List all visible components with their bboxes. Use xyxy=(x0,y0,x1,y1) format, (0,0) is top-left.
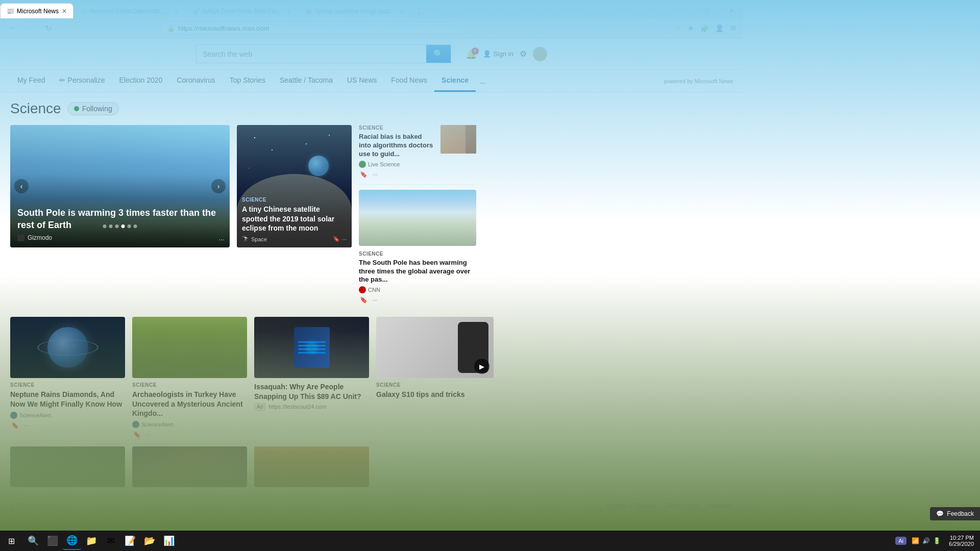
center-card-source: Space xyxy=(251,236,267,242)
more-icon-center[interactable]: ··· xyxy=(342,236,347,242)
second-row-grid: SCIENCE Neptune Rains Diamonds, And Now … xyxy=(10,317,733,439)
right-card-2-category: SCIENCE xyxy=(359,251,476,257)
turkey-img xyxy=(132,317,247,378)
hero-more-button[interactable]: ··· xyxy=(218,235,225,243)
hero-source-name: Gizmodo xyxy=(28,234,52,241)
space-icon: 🔭 xyxy=(242,236,249,242)
turkey-card[interactable]: SCIENCE Archaeologists in Turkey Have Un… xyxy=(132,317,247,439)
gizmodo-icon xyxy=(17,234,24,241)
hero-source: Gizmodo xyxy=(17,234,223,241)
main-content: Science Following ‹ › xyxy=(0,92,743,495)
tab-1-title: Microsoft News xyxy=(17,8,59,15)
tab-1-favicon: 📰 xyxy=(7,8,14,15)
video-card[interactable]: ▶ xyxy=(376,317,494,378)
tab-1[interactable]: 📰 Microsoft News ✕ xyxy=(0,3,74,18)
bookmark-icon-center[interactable]: 🔖 xyxy=(333,236,340,242)
ac-device xyxy=(294,327,330,368)
tab-1-close[interactable]: ✕ xyxy=(62,8,67,15)
turkey-overlay xyxy=(132,317,247,378)
center-card-source-row: 🔭 Space 🔖 ··· xyxy=(242,236,347,242)
turkey-bg xyxy=(132,317,247,378)
ac-glow xyxy=(307,342,317,353)
